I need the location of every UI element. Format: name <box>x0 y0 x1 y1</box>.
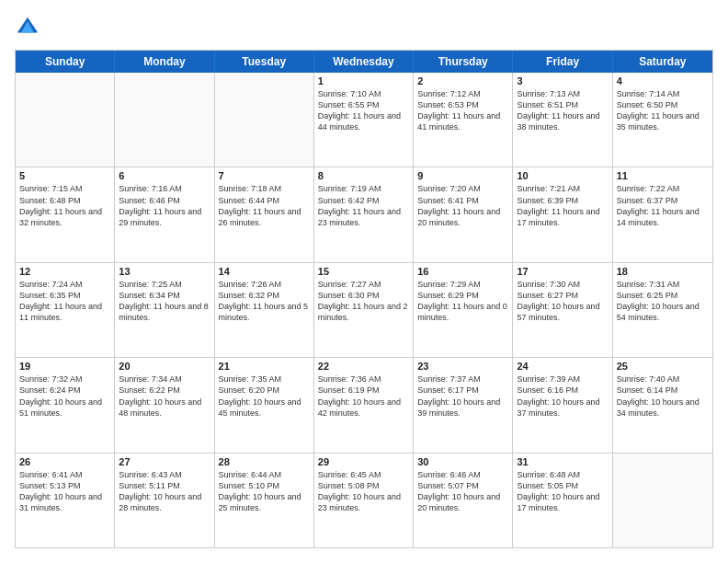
day-info: Sunrise: 6:44 AM Sunset: 5:10 PM Dayligh… <box>219 469 310 514</box>
calendar-row-5: 26Sunrise: 6:41 AM Sunset: 5:13 PM Dayli… <box>16 453 712 547</box>
day-info: Sunrise: 7:26 AM Sunset: 6:32 PM Dayligh… <box>219 279 310 324</box>
header-day-monday: Monday <box>115 51 214 73</box>
day-info: Sunrise: 7:15 AM Sunset: 6:48 PM Dayligh… <box>19 183 110 228</box>
calendar-cell-day-19: 19Sunrise: 7:32 AM Sunset: 6:24 PM Dayli… <box>16 358 115 452</box>
day-number: 19 <box>19 361 110 372</box>
calendar-row-4: 19Sunrise: 7:32 AM Sunset: 6:24 PM Dayli… <box>16 357 712 452</box>
day-number: 3 <box>517 75 608 86</box>
day-info: Sunrise: 7:24 AM Sunset: 6:35 PM Dayligh… <box>19 279 110 324</box>
calendar-cell-day-5: 5Sunrise: 7:15 AM Sunset: 6:48 PM Daylig… <box>16 167 115 261</box>
page: SundayMondayTuesdayWednesdayThursdayFrid… <box>0 0 728 563</box>
day-number: 22 <box>318 361 409 372</box>
day-info: Sunrise: 7:37 AM Sunset: 6:17 PM Dayligh… <box>417 373 508 419</box>
calendar-cell-day-12: 12Sunrise: 7:24 AM Sunset: 6:35 PM Dayli… <box>16 263 115 357</box>
day-info: Sunrise: 7:39 AM Sunset: 6:16 PM Dayligh… <box>517 373 608 419</box>
header-day-saturday: Saturday <box>613 51 712 73</box>
day-number: 13 <box>119 266 210 277</box>
day-number: 4 <box>617 75 709 86</box>
calendar-row-1: 1Sunrise: 7:10 AM Sunset: 6:55 PM Daylig… <box>16 73 712 167</box>
calendar-cell-day-23: 23Sunrise: 7:37 AM Sunset: 6:17 PM Dayli… <box>414 358 513 452</box>
calendar-cell-day-21: 21Sunrise: 7:35 AM Sunset: 6:20 PM Dayli… <box>215 358 314 452</box>
calendar-header: SundayMondayTuesdayWednesdayThursdayFrid… <box>16 51 712 73</box>
calendar-cell-day-9: 9Sunrise: 7:20 AM Sunset: 6:41 PM Daylig… <box>414 167 513 261</box>
header-day-sunday: Sunday <box>16 51 115 73</box>
day-number: 16 <box>417 266 508 277</box>
day-info: Sunrise: 7:35 AM Sunset: 6:20 PM Dayligh… <box>219 373 310 419</box>
day-number: 11 <box>617 170 709 181</box>
day-number: 25 <box>617 361 709 372</box>
calendar-cell-day-18: 18Sunrise: 7:31 AM Sunset: 6:25 PM Dayli… <box>613 263 712 357</box>
logo-icon <box>15 15 40 40</box>
day-info: Sunrise: 7:20 AM Sunset: 6:41 PM Dayligh… <box>417 183 508 228</box>
day-info: Sunrise: 7:13 AM Sunset: 6:51 PM Dayligh… <box>517 88 608 133</box>
calendar-cell-empty <box>16 73 115 167</box>
day-number: 5 <box>19 170 110 181</box>
calendar-cell-day-25: 25Sunrise: 7:40 AM Sunset: 6:14 PM Dayli… <box>613 358 712 452</box>
calendar-cell-day-2: 2Sunrise: 7:12 AM Sunset: 6:53 PM Daylig… <box>414 73 513 167</box>
day-number: 18 <box>617 266 709 277</box>
calendar-cell-day-24: 24Sunrise: 7:39 AM Sunset: 6:16 PM Dayli… <box>513 358 612 452</box>
day-info: Sunrise: 7:31 AM Sunset: 6:25 PM Dayligh… <box>617 279 709 324</box>
day-number: 21 <box>219 361 310 372</box>
calendar-cell-day-16: 16Sunrise: 7:29 AM Sunset: 6:29 PM Dayli… <box>414 263 513 357</box>
day-info: Sunrise: 7:30 AM Sunset: 6:27 PM Dayligh… <box>517 279 608 324</box>
day-info: Sunrise: 6:46 AM Sunset: 5:07 PM Dayligh… <box>417 469 508 514</box>
calendar-cell-day-22: 22Sunrise: 7:36 AM Sunset: 6:19 PM Dayli… <box>314 358 414 452</box>
day-number: 8 <box>318 170 409 181</box>
day-info: Sunrise: 6:41 AM Sunset: 5:13 PM Dayligh… <box>19 469 110 514</box>
header-day-wednesday: Wednesday <box>314 51 414 73</box>
calendar-cell-day-26: 26Sunrise: 6:41 AM Sunset: 5:13 PM Dayli… <box>16 454 115 547</box>
calendar-cell-day-3: 3Sunrise: 7:13 AM Sunset: 6:51 PM Daylig… <box>513 73 612 167</box>
calendar-cell-day-28: 28Sunrise: 6:44 AM Sunset: 5:10 PM Dayli… <box>215 454 314 547</box>
calendar-cell-empty <box>215 73 314 167</box>
day-info: Sunrise: 7:16 AM Sunset: 6:46 PM Dayligh… <box>119 183 210 228</box>
day-number: 23 <box>417 361 508 372</box>
day-number: 6 <box>119 170 210 181</box>
day-number: 17 <box>517 266 608 277</box>
calendar-cell-day-30: 30Sunrise: 6:46 AM Sunset: 5:07 PM Dayli… <box>414 454 513 547</box>
calendar-cell-empty <box>613 454 712 547</box>
day-number: 12 <box>19 266 110 277</box>
day-info: Sunrise: 7:40 AM Sunset: 6:14 PM Dayligh… <box>617 373 709 419</box>
day-info: Sunrise: 7:34 AM Sunset: 6:22 PM Dayligh… <box>119 373 210 419</box>
calendar: SundayMondayTuesdayWednesdayThursdayFrid… <box>15 50 713 548</box>
day-number: 24 <box>517 361 608 372</box>
day-info: Sunrise: 6:43 AM Sunset: 5:11 PM Dayligh… <box>119 469 210 514</box>
calendar-cell-day-6: 6Sunrise: 7:16 AM Sunset: 6:46 PM Daylig… <box>115 167 214 261</box>
day-info: Sunrise: 7:12 AM Sunset: 6:53 PM Dayligh… <box>417 88 508 133</box>
calendar-row-3: 12Sunrise: 7:24 AM Sunset: 6:35 PM Dayli… <box>16 262 712 357</box>
day-number: 10 <box>517 170 608 181</box>
day-info: Sunrise: 7:19 AM Sunset: 6:42 PM Dayligh… <box>318 183 409 228</box>
day-number: 15 <box>318 266 409 277</box>
header-day-thursday: Thursday <box>414 51 513 73</box>
calendar-cell-day-4: 4Sunrise: 7:14 AM Sunset: 6:50 PM Daylig… <box>613 73 712 167</box>
day-number: 29 <box>318 456 409 467</box>
calendar-cell-day-17: 17Sunrise: 7:30 AM Sunset: 6:27 PM Dayli… <box>513 263 612 357</box>
day-number: 9 <box>417 170 508 181</box>
calendar-row-2: 5Sunrise: 7:15 AM Sunset: 6:48 PM Daylig… <box>16 167 712 261</box>
day-info: Sunrise: 7:22 AM Sunset: 6:37 PM Dayligh… <box>617 183 709 228</box>
day-number: 20 <box>119 361 210 372</box>
day-info: Sunrise: 7:29 AM Sunset: 6:29 PM Dayligh… <box>417 279 508 324</box>
header-day-friday: Friday <box>513 51 612 73</box>
day-info: Sunrise: 7:25 AM Sunset: 6:34 PM Dayligh… <box>119 279 210 324</box>
day-info: Sunrise: 7:21 AM Sunset: 6:39 PM Dayligh… <box>517 183 608 228</box>
day-number: 14 <box>219 266 310 277</box>
calendar-cell-day-13: 13Sunrise: 7:25 AM Sunset: 6:34 PM Dayli… <box>115 263 214 357</box>
day-number: 27 <box>119 456 210 467</box>
calendar-cell-day-1: 1Sunrise: 7:10 AM Sunset: 6:55 PM Daylig… <box>314 73 414 167</box>
day-info: Sunrise: 7:27 AM Sunset: 6:30 PM Dayligh… <box>318 279 409 324</box>
calendar-cell-empty <box>115 73 214 167</box>
calendar-cell-day-7: 7Sunrise: 7:18 AM Sunset: 6:44 PM Daylig… <box>215 167 314 261</box>
calendar-cell-day-8: 8Sunrise: 7:19 AM Sunset: 6:42 PM Daylig… <box>314 167 414 261</box>
day-number: 28 <box>219 456 310 467</box>
calendar-cell-day-31: 31Sunrise: 6:48 AM Sunset: 5:05 PM Dayli… <box>513 454 612 547</box>
day-number: 7 <box>219 170 310 181</box>
calendar-body: 1Sunrise: 7:10 AM Sunset: 6:55 PM Daylig… <box>16 73 712 547</box>
day-number: 2 <box>417 75 508 86</box>
calendar-cell-day-20: 20Sunrise: 7:34 AM Sunset: 6:22 PM Dayli… <box>115 358 214 452</box>
day-info: Sunrise: 7:18 AM Sunset: 6:44 PM Dayligh… <box>219 183 310 228</box>
logo <box>15 15 44 40</box>
day-number: 31 <box>517 456 608 467</box>
day-info: Sunrise: 6:45 AM Sunset: 5:08 PM Dayligh… <box>318 469 409 514</box>
